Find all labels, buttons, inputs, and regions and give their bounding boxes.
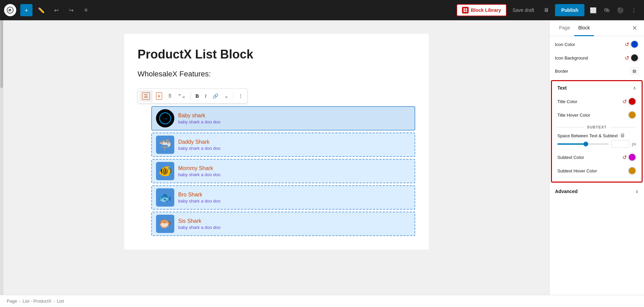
link-button[interactable]: 🔗: [210, 91, 221, 101]
slider-track[interactable]: [557, 143, 609, 145]
slider-thumb[interactable]: [583, 142, 588, 146]
icon-color-reset-button[interactable]: ↺: [625, 41, 629, 48]
reset-icon: ↺: [625, 55, 629, 61]
block-toggle-button[interactable]: ⬜: [587, 4, 599, 16]
border-row: Border ▤: [555, 65, 639, 77]
list-item-icon: 🦈: [156, 136, 174, 154]
block-library-button[interactable]: Block Library: [457, 4, 506, 16]
title-color-swatch[interactable]: [628, 97, 636, 105]
undo-button[interactable]: ↩: [50, 4, 62, 16]
tab-block[interactable]: Block: [574, 20, 594, 36]
list-item-subtitle: baby shark a doo doo: [178, 172, 410, 177]
list-item[interactable]: → Baby shark baby shark a doo doo: [151, 106, 415, 131]
svg-rect-0: [464, 8, 465, 10]
drag-button[interactable]: ⠿: [165, 91, 174, 101]
save-draft-button[interactable]: Save draft: [509, 5, 538, 15]
icon-color-swatch[interactable]: [630, 40, 639, 48]
more-options-button[interactable]: ⋮: [628, 4, 640, 16]
list-item-text: Mommy Shark baby shark a doo doo: [178, 165, 410, 177]
list-item[interactable]: 🐡 Sis Shark baby shark a doo doo: [151, 212, 415, 236]
main-toolbar: ＋ ✏️ ↩ ↪ ≡ Block Library Save draft 🖥 Pu…: [0, 0, 644, 20]
icon-bg-controls: ↺: [625, 54, 639, 62]
arrow-icon: →: [159, 112, 171, 124]
slider-row: px: [557, 140, 636, 148]
title-color-reset-button[interactable]: ↺: [622, 98, 627, 105]
italic-button[interactable]: I: [202, 91, 209, 101]
text-section-title: Text: [557, 85, 567, 91]
bold-button[interactable]: B: [193, 91, 202, 101]
wp-logo[interactable]: [4, 4, 16, 16]
breadcrumb-list[interactable]: List: [57, 299, 64, 304]
tab-page[interactable]: Page: [555, 20, 574, 36]
plus-icon: ＋: [23, 6, 29, 14]
sidebar-icon: ⬜: [590, 7, 597, 14]
link-icon: 🔗: [213, 93, 218, 99]
icon-background-row: Icon Background ↺: [555, 51, 639, 65]
reset-icon: ↺: [625, 41, 629, 48]
list-item-title: Baby shark: [178, 113, 410, 119]
shark-emoji: 🐠: [158, 165, 172, 178]
list-item-icon: 🐡: [156, 215, 174, 233]
icon-bg-swatch[interactable]: [630, 54, 639, 62]
ellipsis-icon: ⋮: [631, 7, 637, 14]
border-settings-button[interactable]: ▤: [630, 67, 639, 75]
advanced-label: Advanced: [555, 189, 578, 194]
publish-button[interactable]: Publish: [555, 4, 584, 16]
main-layout: ProductX List Block WholesaleX Features:…: [0, 20, 644, 295]
svg-rect-1: [466, 8, 467, 10]
view-button[interactable]: 🖥: [540, 4, 552, 16]
redo-icon: ↪: [69, 7, 73, 14]
add-block-button[interactable]: ＋: [20, 4, 32, 16]
subtext-color-swatch[interactable]: [628, 153, 636, 161]
list-unordered-button[interactable]: ☰: [139, 90, 153, 102]
subtext-hover-swatch[interactable]: [628, 167, 636, 175]
editor-scrollbar[interactable]: [0, 20, 3, 295]
list-item[interactable]: 🐠 Mommy Shark baby shark a doo doo: [151, 159, 415, 183]
chevron-down-button[interactable]: ⌄: [222, 91, 231, 101]
more-vertical-icon: ⋮: [238, 93, 243, 99]
svg-rect-3: [466, 10, 467, 12]
icon-color-row: Icon Color ↺: [555, 38, 639, 51]
text-section-header[interactable]: Text ∧: [552, 81, 642, 95]
breadcrumb-list-productx[interactable]: List - ProductX: [23, 299, 51, 304]
list-item[interactable]: 🐟 Bro Shark baby shark a doo doo: [151, 185, 415, 210]
title-hover-swatch[interactable]: [628, 111, 636, 119]
space-label-text: Space Between Text & Subtext: [557, 133, 618, 138]
edit-tool-button[interactable]: ✏️: [35, 4, 47, 16]
woo-icon-button[interactable]: 🛍: [601, 4, 613, 16]
list-ordered-icon: ≡: [156, 92, 162, 100]
subtext-color-reset-button[interactable]: ↺: [622, 154, 627, 161]
redo-button[interactable]: ↪: [65, 4, 77, 16]
block-library-icon: [462, 7, 469, 14]
move-button[interactable]: ⌃⌄: [175, 91, 188, 101]
icon-background-label: Icon Background: [555, 55, 588, 61]
extra-icon-button[interactable]: ⚫: [614, 4, 626, 16]
space-unit: px: [632, 142, 636, 146]
breadcrumb-sep-2: ›: [53, 299, 55, 304]
list-item-icon: 🐠: [156, 162, 174, 180]
space-label: Space Between Text & Subtext 🖥: [557, 133, 636, 139]
advanced-header[interactable]: Advanced ∨: [555, 184, 639, 199]
text-collapse-icon: ∧: [633, 85, 636, 91]
list-item[interactable]: 🦈 Daddy Shark baby shark a doo doo: [151, 133, 415, 157]
more-block-options-button[interactable]: ⋮: [236, 91, 246, 101]
breadcrumb-page[interactable]: Page: [7, 299, 17, 304]
block-toolbar: ☰ ≡ ⠿ ⌃⌄ B I 🔗: [138, 89, 247, 103]
list-ordered-button[interactable]: ≡: [153, 90, 165, 102]
details-button[interactable]: ≡: [80, 4, 92, 16]
list-item-text: Bro Shark baby shark a doo doo: [178, 192, 410, 204]
subtext-color-row: Subtext Color ↺: [557, 150, 636, 164]
divider-line-left: [557, 127, 584, 127]
sidebar-close-button[interactable]: ✕: [631, 23, 639, 33]
slider-fill: [557, 143, 586, 145]
italic-icon: I: [205, 93, 206, 99]
icon-color-label: Icon Color: [555, 42, 575, 47]
breadcrumb: Page › List - ProductX › List: [0, 295, 644, 307]
undo-icon: ↩: [54, 7, 59, 14]
list-item-subtitle: baby shark a doo doo: [178, 146, 410, 151]
reset-icon: ↺: [622, 154, 627, 161]
subtext-hover-color-row: Subtext Hover Color: [557, 164, 636, 178]
space-input[interactable]: [612, 140, 629, 148]
icon-bg-reset-button[interactable]: ↺: [625, 55, 629, 61]
subtext-hover-color-label: Subtext Hover Color: [557, 168, 597, 173]
